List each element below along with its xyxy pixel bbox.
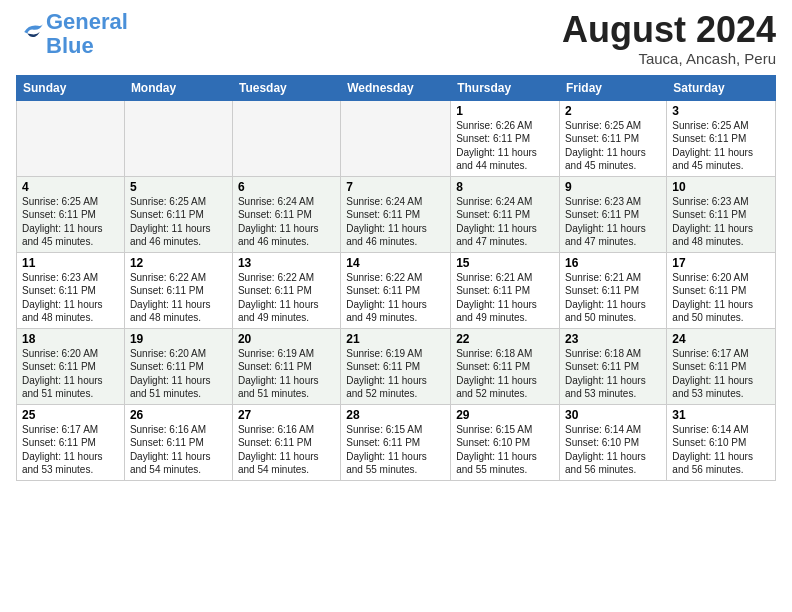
day-number: 21 [346,332,445,346]
calendar-cell: 27Sunrise: 6:16 AMSunset: 6:11 PMDayligh… [232,404,340,480]
day-info: Sunrise: 6:16 AMSunset: 6:11 PMDaylight:… [238,423,335,477]
day-number: 23 [565,332,661,346]
calendar-cell: 15Sunrise: 6:21 AMSunset: 6:11 PMDayligh… [451,252,560,328]
day-number: 13 [238,256,335,270]
calendar-header-monday: Monday [124,75,232,100]
calendar-week-row: 4Sunrise: 6:25 AMSunset: 6:11 PMDaylight… [17,176,776,252]
day-number: 16 [565,256,661,270]
day-info: Sunrise: 6:22 AMSunset: 6:11 PMDaylight:… [130,271,227,325]
calendar-cell [17,100,125,176]
calendar-cell: 4Sunrise: 6:25 AMSunset: 6:11 PMDaylight… [17,176,125,252]
title-block: August 2024 Tauca, Ancash, Peru [562,10,776,67]
calendar-cell: 14Sunrise: 6:22 AMSunset: 6:11 PMDayligh… [341,252,451,328]
day-info: Sunrise: 6:23 AMSunset: 6:11 PMDaylight:… [22,271,119,325]
day-number: 6 [238,180,335,194]
calendar-cell: 24Sunrise: 6:17 AMSunset: 6:11 PMDayligh… [667,328,776,404]
day-info: Sunrise: 6:19 AMSunset: 6:11 PMDaylight:… [238,347,335,401]
calendar-cell [124,100,232,176]
calendar-cell: 31Sunrise: 6:14 AMSunset: 6:10 PMDayligh… [667,404,776,480]
day-number: 27 [238,408,335,422]
day-number: 25 [22,408,119,422]
day-info: Sunrise: 6:16 AMSunset: 6:11 PMDaylight:… [130,423,227,477]
calendar-week-row: 1Sunrise: 6:26 AMSunset: 6:11 PMDaylight… [17,100,776,176]
day-info: Sunrise: 6:18 AMSunset: 6:11 PMDaylight:… [565,347,661,401]
day-info: Sunrise: 6:18 AMSunset: 6:11 PMDaylight:… [456,347,554,401]
day-number: 28 [346,408,445,422]
calendar-header-friday: Friday [560,75,667,100]
calendar-week-row: 18Sunrise: 6:20 AMSunset: 6:11 PMDayligh… [17,328,776,404]
calendar-cell: 26Sunrise: 6:16 AMSunset: 6:11 PMDayligh… [124,404,232,480]
calendar-cell: 3Sunrise: 6:25 AMSunset: 6:11 PMDaylight… [667,100,776,176]
day-info: Sunrise: 6:26 AMSunset: 6:11 PMDaylight:… [456,119,554,173]
calendar-cell: 1Sunrise: 6:26 AMSunset: 6:11 PMDaylight… [451,100,560,176]
day-number: 30 [565,408,661,422]
calendar-cell: 11Sunrise: 6:23 AMSunset: 6:11 PMDayligh… [17,252,125,328]
day-number: 8 [456,180,554,194]
day-info: Sunrise: 6:25 AMSunset: 6:11 PMDaylight:… [672,119,770,173]
calendar-table: SundayMondayTuesdayWednesdayThursdayFrid… [16,75,776,481]
day-info: Sunrise: 6:22 AMSunset: 6:11 PMDaylight:… [238,271,335,325]
calendar-cell: 28Sunrise: 6:15 AMSunset: 6:11 PMDayligh… [341,404,451,480]
day-info: Sunrise: 6:20 AMSunset: 6:11 PMDaylight:… [22,347,119,401]
logo-bird-icon [18,18,46,46]
day-number: 22 [456,332,554,346]
calendar-cell: 6Sunrise: 6:24 AMSunset: 6:11 PMDaylight… [232,176,340,252]
day-info: Sunrise: 6:24 AMSunset: 6:11 PMDaylight:… [346,195,445,249]
calendar-header-thursday: Thursday [451,75,560,100]
day-info: Sunrise: 6:24 AMSunset: 6:11 PMDaylight:… [456,195,554,249]
day-number: 14 [346,256,445,270]
day-number: 19 [130,332,227,346]
day-info: Sunrise: 6:23 AMSunset: 6:11 PMDaylight:… [565,195,661,249]
day-info: Sunrise: 6:19 AMSunset: 6:11 PMDaylight:… [346,347,445,401]
day-number: 4 [22,180,119,194]
calendar-week-row: 11Sunrise: 6:23 AMSunset: 6:11 PMDayligh… [17,252,776,328]
day-info: Sunrise: 6:22 AMSunset: 6:11 PMDaylight:… [346,271,445,325]
day-number: 11 [22,256,119,270]
day-info: Sunrise: 6:21 AMSunset: 6:11 PMDaylight:… [565,271,661,325]
day-number: 29 [456,408,554,422]
calendar-header-row: SundayMondayTuesdayWednesdayThursdayFrid… [17,75,776,100]
calendar-header-tuesday: Tuesday [232,75,340,100]
day-info: Sunrise: 6:20 AMSunset: 6:11 PMDaylight:… [130,347,227,401]
calendar-cell: 10Sunrise: 6:23 AMSunset: 6:11 PMDayligh… [667,176,776,252]
day-number: 17 [672,256,770,270]
logo-text: GeneralBlue [46,10,128,58]
day-number: 1 [456,104,554,118]
calendar-cell: 7Sunrise: 6:24 AMSunset: 6:11 PMDaylight… [341,176,451,252]
calendar-cell: 19Sunrise: 6:20 AMSunset: 6:11 PMDayligh… [124,328,232,404]
day-number: 15 [456,256,554,270]
calendar-cell: 16Sunrise: 6:21 AMSunset: 6:11 PMDayligh… [560,252,667,328]
day-info: Sunrise: 6:21 AMSunset: 6:11 PMDaylight:… [456,271,554,325]
day-info: Sunrise: 6:25 AMSunset: 6:11 PMDaylight:… [22,195,119,249]
page-container: GeneralBlue August 2024 Tauca, Ancash, P… [0,0,792,487]
day-info: Sunrise: 6:15 AMSunset: 6:11 PMDaylight:… [346,423,445,477]
calendar-header-saturday: Saturday [667,75,776,100]
calendar-cell [341,100,451,176]
day-number: 9 [565,180,661,194]
header: GeneralBlue August 2024 Tauca, Ancash, P… [16,10,776,67]
calendar-cell: 9Sunrise: 6:23 AMSunset: 6:11 PMDaylight… [560,176,667,252]
day-info: Sunrise: 6:20 AMSunset: 6:11 PMDaylight:… [672,271,770,325]
day-number: 31 [672,408,770,422]
calendar-header-wednesday: Wednesday [341,75,451,100]
day-info: Sunrise: 6:14 AMSunset: 6:10 PMDaylight:… [672,423,770,477]
calendar-cell: 5Sunrise: 6:25 AMSunset: 6:11 PMDaylight… [124,176,232,252]
day-number: 26 [130,408,227,422]
day-info: Sunrise: 6:25 AMSunset: 6:11 PMDaylight:… [565,119,661,173]
calendar-cell: 12Sunrise: 6:22 AMSunset: 6:11 PMDayligh… [124,252,232,328]
logo: GeneralBlue [16,10,128,58]
calendar-cell: 20Sunrise: 6:19 AMSunset: 6:11 PMDayligh… [232,328,340,404]
day-info: Sunrise: 6:24 AMSunset: 6:11 PMDaylight:… [238,195,335,249]
calendar-subtitle: Tauca, Ancash, Peru [562,50,776,67]
calendar-cell: 21Sunrise: 6:19 AMSunset: 6:11 PMDayligh… [341,328,451,404]
calendar-cell: 23Sunrise: 6:18 AMSunset: 6:11 PMDayligh… [560,328,667,404]
calendar-cell: 22Sunrise: 6:18 AMSunset: 6:11 PMDayligh… [451,328,560,404]
day-info: Sunrise: 6:25 AMSunset: 6:11 PMDaylight:… [130,195,227,249]
day-number: 2 [565,104,661,118]
calendar-cell: 25Sunrise: 6:17 AMSunset: 6:11 PMDayligh… [17,404,125,480]
calendar-cell: 30Sunrise: 6:14 AMSunset: 6:10 PMDayligh… [560,404,667,480]
day-info: Sunrise: 6:17 AMSunset: 6:11 PMDaylight:… [672,347,770,401]
calendar-title: August 2024 [562,10,776,50]
day-info: Sunrise: 6:17 AMSunset: 6:11 PMDaylight:… [22,423,119,477]
day-number: 10 [672,180,770,194]
